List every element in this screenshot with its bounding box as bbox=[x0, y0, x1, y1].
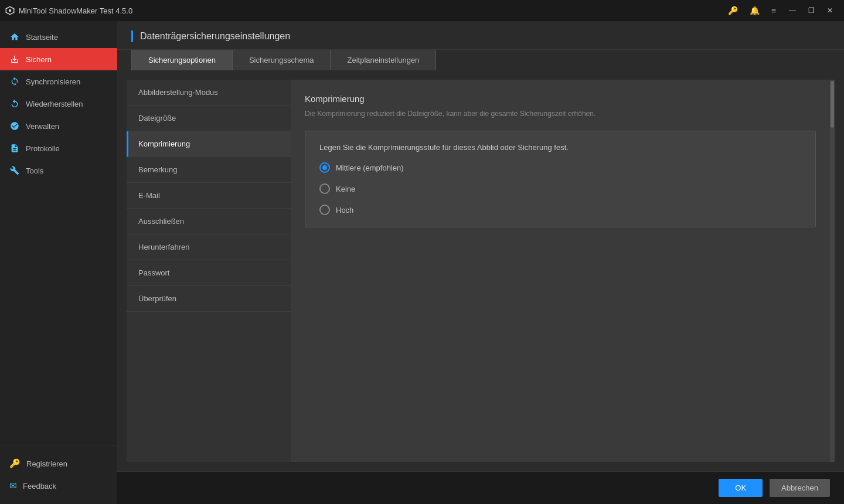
sidebar-label-tools: Tools bbox=[26, 166, 43, 175]
radio-hoch[interactable] bbox=[319, 205, 330, 215]
submenu-item-komprimierung[interactable]: Komprimierung bbox=[127, 131, 291, 157]
sidebar-label-feedback: Feedback bbox=[23, 482, 56, 491]
sidebar-item-registrieren[interactable]: 🔑 Registrieren bbox=[0, 452, 117, 475]
ok-button[interactable]: OK bbox=[719, 479, 763, 497]
sidebar-label-startseite: Startseite bbox=[26, 33, 58, 42]
tab-sicherungsoptionen[interactable]: Sicherungsoptionen bbox=[131, 50, 233, 70]
tools-icon bbox=[9, 165, 20, 176]
page-title: Datenträgersicherungseinstellungen bbox=[131, 30, 830, 42]
cancel-button[interactable]: Abbrechen bbox=[770, 479, 830, 497]
scroll-track bbox=[830, 80, 835, 462]
close-button[interactable]: ✕ bbox=[821, 2, 839, 19]
maximize-button[interactable]: ❐ bbox=[802, 2, 821, 19]
submenu-item-ueberpruefen[interactable]: Überprüfen bbox=[127, 286, 291, 312]
submenu-item-ausschliessen[interactable]: Ausschließen bbox=[127, 209, 291, 234]
radio-option-hoch[interactable]: Hoch bbox=[319, 205, 801, 215]
sidebar-item-protokolle[interactable]: Protokolle bbox=[0, 137, 117, 159]
sidebar-item-tools[interactable]: Tools bbox=[0, 159, 117, 182]
svg-point-0 bbox=[9, 9, 12, 12]
window-controls: — ❐ ✕ bbox=[783, 2, 839, 19]
logs-icon bbox=[9, 143, 20, 154]
minimize-button[interactable]: — bbox=[783, 2, 802, 19]
radio-label-hoch: Hoch bbox=[336, 206, 353, 214]
app-logo: MiniTool ShadowMaker Test 4.5.0 bbox=[5, 5, 132, 16]
footer: OK Abbrechen bbox=[117, 471, 844, 504]
submenu-item-passwort[interactable]: Passwort bbox=[127, 260, 291, 286]
tab-sicherungsschema[interactable]: Sicherungsschema bbox=[233, 50, 331, 70]
app-body: Startseite Sichern Synchronisieren Wiede… bbox=[0, 21, 844, 504]
titlebar: MiniTool ShadowMaker Test 4.5.0 🔑 🔔 ≡ — … bbox=[0, 0, 844, 21]
compression-panel: Komprimierung Die Komprimierung reduzier… bbox=[291, 80, 830, 462]
submenu: Abbilderstellung-Modus Dateigröße Kompri… bbox=[127, 80, 291, 462]
sidebar-nav: Startseite Sichern Synchronisieren Wiede… bbox=[0, 21, 117, 445]
titlebar-actions: 🔑 🔔 ≡ bbox=[726, 4, 778, 18]
app-title: MiniTool ShadowMaker Test 4.5.0 bbox=[19, 6, 132, 15]
sidebar-item-wiederherstellen[interactable]: Wiederherstellen bbox=[0, 93, 117, 115]
content-area: Datenträgersicherungseinstellungen Siche… bbox=[117, 21, 844, 504]
home-icon bbox=[9, 32, 20, 42]
tabs-container: Sicherungsoptionen Sicherungsschema Zeit… bbox=[117, 50, 844, 70]
submenu-item-herunterfahren[interactable]: Herunterfahren bbox=[127, 234, 291, 260]
sidebar-label-verwalten: Verwalten bbox=[26, 122, 59, 131]
compression-settings-box: Legen Sie die Komprimierungsstufe für di… bbox=[305, 131, 816, 227]
sidebar-item-feedback[interactable]: ✉ Feedback bbox=[0, 475, 117, 497]
radio-keine[interactable] bbox=[319, 183, 330, 194]
sidebar-label-synchronisieren: Synchronisieren bbox=[26, 77, 80, 86]
sidebar-item-sichern[interactable]: Sichern bbox=[0, 48, 117, 70]
sidebar-label-registrieren: Registrieren bbox=[26, 459, 67, 468]
sidebar-label-sichern: Sichern bbox=[26, 55, 52, 64]
radio-label-mittlere: Mittlere (empfohlen) bbox=[336, 164, 404, 172]
page-header: Datenträgersicherungseinstellungen bbox=[117, 21, 844, 50]
radio-mittlere[interactable] bbox=[319, 162, 330, 173]
panel-description: Die Komprimierung reduziert die Dateigrö… bbox=[305, 108, 816, 119]
sidebar: Startseite Sichern Synchronisieren Wiede… bbox=[0, 21, 117, 504]
title-bar-accent bbox=[131, 30, 133, 42]
manage-icon bbox=[9, 121, 20, 131]
restore-icon bbox=[9, 98, 20, 109]
tab-zeitplaneinstellungen[interactable]: Zeitplaneinstellungen bbox=[331, 50, 436, 70]
sidebar-item-synchronisieren[interactable]: Synchronisieren bbox=[0, 70, 117, 93]
radio-option-keine[interactable]: Keine bbox=[319, 183, 801, 194]
sidebar-item-verwalten[interactable]: Verwalten bbox=[0, 115, 117, 137]
panel-title: Komprimierung bbox=[305, 94, 816, 104]
compression-instruction: Legen Sie die Komprimierungsstufe für di… bbox=[319, 143, 801, 152]
page-title-text: Datenträgersicherungseinstellungen bbox=[140, 31, 290, 42]
inner-layout: Abbilderstellung-Modus Dateigröße Kompri… bbox=[127, 80, 835, 462]
sidebar-label-protokolle: Protokolle bbox=[26, 144, 60, 153]
submenu-item-email[interactable]: E-Mail bbox=[127, 183, 291, 209]
sidebar-label-wiederherstellen: Wiederherstellen bbox=[26, 100, 83, 108]
radio-option-mittlere[interactable]: Mittlere (empfohlen) bbox=[319, 162, 801, 173]
radio-label-keine: Keine bbox=[336, 185, 355, 193]
submenu-item-abbilderstellung[interactable]: Abbilderstellung-Modus bbox=[127, 80, 291, 105]
sidebar-item-startseite[interactable]: Startseite bbox=[0, 26, 117, 48]
submenu-item-bemerkung[interactable]: Bemerkung bbox=[127, 157, 291, 183]
scroll-thumb[interactable] bbox=[831, 81, 834, 128]
bell-icon[interactable]: 🔔 bbox=[747, 4, 762, 18]
sidebar-bottom: 🔑 Registrieren ✉ Feedback bbox=[0, 445, 117, 504]
key-sidebar-icon: 🔑 bbox=[9, 458, 21, 469]
mail-icon: ✉ bbox=[9, 481, 17, 491]
sync-icon bbox=[9, 76, 20, 87]
submenu-item-dateigroesse[interactable]: Dateigröße bbox=[127, 105, 291, 131]
menu-icon[interactable]: ≡ bbox=[769, 4, 778, 18]
app-logo-icon bbox=[5, 5, 15, 16]
backup-icon bbox=[9, 54, 20, 64]
key-icon[interactable]: 🔑 bbox=[726, 4, 740, 18]
